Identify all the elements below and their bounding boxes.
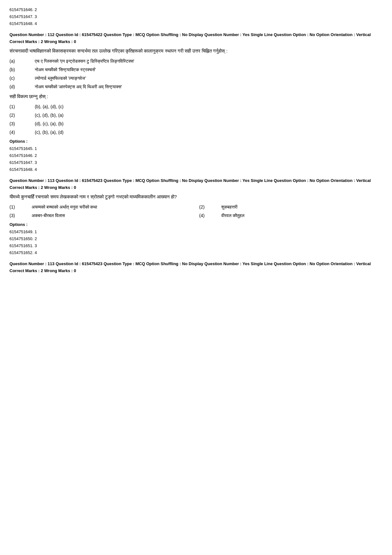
sub-option-c-text: ल्योनार्ड ब्लुमफिल्डको 'ल्याङ्गवेज' (35, 75, 383, 82)
sub-option-b: (b) नोअम चम्कीको 'सिन्ट्याक्टिक स्ट्रक्च… (9, 66, 383, 73)
sub-option-a: (a) एच ए ग्लिसनको 'एन इन्ट्रोडक्सन टु डि… (9, 58, 383, 65)
q113-choice-3-label: (3) (9, 212, 32, 219)
top-options-list: 6154751646. 2 6154751647. 3 6154751648. … (9, 6, 383, 27)
question-113a-body: यीमध्ये कुनचाहिँ रचनाको समय लेखककको नाम … (9, 193, 383, 201)
sub-option-d: (d) नोअम चम्कीको 'आस्पेक्ट्स अव् दि थिअर… (9, 84, 383, 90)
q112-options-title: Options : (9, 138, 383, 145)
choice-1-text: (b), (a), (d), (c) (35, 103, 383, 110)
choice-1: (1) (b), (a), (d), (c) (9, 103, 383, 110)
choice-4-label: (4) (9, 129, 35, 136)
choice-2-text: (c), (d), (b), (a) (35, 112, 383, 119)
choice-3-label: (3) (9, 121, 35, 127)
sub-option-b-text: नोअम चम्कीको 'सिन्ट्याक्टिक स्ट्रक्चर्स' (35, 66, 383, 73)
q113a-opt-1: 6154751649. 1 (9, 228, 383, 235)
top-option-2: 6154751647. 3 (9, 13, 383, 20)
q113a-option-items: 6154751649. 1 6154751650. 2 6154751651. … (9, 228, 383, 256)
q113a-options-title: Options : (9, 221, 383, 228)
q113-choice-1: (1) अचम्मको बच्चाको अर्थात् मनुवा चरीको … (9, 204, 193, 210)
q113a-opt-4: 6154751652. 4 (9, 249, 383, 256)
q113-choice-2-text: शुकबहत्तरी (221, 204, 237, 210)
q113-choice-1-label: (1) (9, 204, 32, 210)
choice-4: (4) (c), (b), (a), (d) (9, 129, 383, 136)
question-112-sub-options: (a) एच ए ग्लिसनको 'एन इन्ट्रोडक्सन टु डि… (9, 58, 383, 90)
question-113b-meta: Question Number : 113 Question Id : 6154… (9, 261, 383, 267)
q113a-opt-2: 6154751650. 2 (9, 235, 383, 242)
sub-option-b-label: (b) (9, 66, 35, 73)
choice-2: (2) (c), (d), (b), (a) (9, 112, 383, 119)
q112-opt-3: 6154751647. 3 (9, 159, 383, 166)
sub-option-a-label: (a) (9, 58, 35, 65)
q113a-opt-3: 6154751651. 3 (9, 242, 383, 249)
question-112-marks: Correct Marks : 2 Wrong Marks : 0 (9, 39, 383, 45)
q112-opt-1: 6154751645. 1 (9, 145, 383, 152)
top-option-1: 6154751646. 2 (9, 6, 383, 13)
question-113b-marks: Correct Marks : 2 Wrong Marks : 0 (9, 268, 383, 274)
question-113a-marks: Correct Marks : 2 Wrong Marks : 0 (9, 184, 383, 191)
question-112-choices: (1) (b), (a), (d), (c) (2) (c), (d), (b)… (9, 103, 383, 136)
q113-choice-4: (4) वीरवल कौतुहल (199, 212, 383, 219)
question-113a-meta: Question Number : 113 Question Id : 6154… (9, 178, 383, 184)
q112-option-items: 6154751645. 1 6154751646. 2 6154751647. … (9, 145, 383, 173)
q113-choice-4-text: वीरवल कौतुहल (221, 212, 244, 219)
sub-option-c-label: (c) (9, 75, 35, 82)
q113-choice-4-label: (4) (199, 212, 221, 219)
choice-4-text: (c), (b), (a), (d) (35, 129, 383, 136)
choice-2-label: (2) (9, 112, 35, 119)
q113-choice-3: (3) अकबर-बीरबल विलास (9, 212, 193, 219)
choice-3-text: (d), (c), (a), (b) (35, 121, 383, 127)
q113-choice-1-text: अचम्मको बच्चाको अर्थात् मनुवा चरीको कथा (32, 204, 97, 210)
q112-opt-4: 6154751648. 4 (9, 166, 383, 173)
question-112-body: संरचनावादी भाषाविज्ञानको विकासक्रमका सन्… (9, 47, 383, 55)
question-112-instruction: सही विकल्प छान्नु होस् : (9, 93, 383, 100)
q113-choice-2: (2) शुकबहत्तरी (199, 204, 383, 210)
q113-choice-2-label: (2) (199, 204, 221, 210)
sub-option-c: (c) ल्योनार्ड ब्लुमफिल्डको 'ल्याङ्गवेज' (9, 75, 383, 82)
question-112-meta: Question Number : 112 Question Id : 6154… (9, 32, 383, 38)
sub-option-d-text: नोअम चम्कीको 'आस्पेक्ट्स अव् दि थिअरी अव… (35, 84, 383, 90)
sub-option-a-text: एच ए ग्लिसनको 'एन इन्ट्रोडक्सन टु डिस्क्… (35, 58, 383, 65)
choice-3: (3) (d), (c), (a), (b) (9, 121, 383, 127)
choice-1-label: (1) (9, 103, 35, 110)
top-option-3: 6154751648. 4 (9, 20, 383, 27)
q113-choice-3-text: अकबर-बीरबल विलास (32, 212, 65, 219)
question-113a-choices: (1) अचम्मको बच्चाको अर्थात् मनुवा चरीको … (9, 204, 383, 219)
sub-option-d-label: (d) (9, 84, 35, 90)
q112-opt-2: 6154751646. 2 (9, 152, 383, 159)
